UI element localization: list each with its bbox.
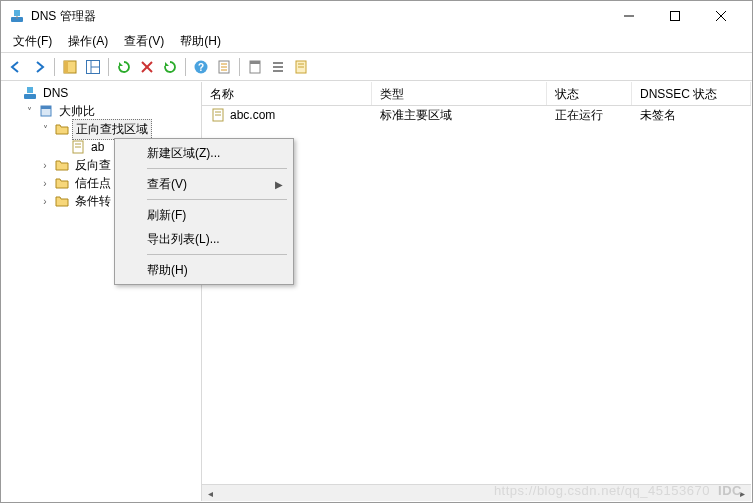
title-bar: DNS 管理器 [1, 1, 752, 31]
ctx-new-zone[interactable]: 新建区域(Z)... [117, 141, 291, 165]
col-status[interactable]: 状态 [547, 82, 632, 105]
svg-rect-29 [27, 87, 33, 93]
svg-rect-8 [64, 61, 68, 73]
tree-label: 正向查找区域 [72, 119, 152, 140]
folder-icon [54, 193, 70, 209]
list-row[interactable]: abc.com 标准主要区域 正在运行 未签名 [202, 106, 751, 124]
dns-root-icon [22, 85, 38, 101]
ctx-separator [147, 254, 287, 255]
maximize-button[interactable] [652, 1, 698, 31]
expander-icon[interactable] [6, 86, 20, 100]
close-button[interactable] [698, 1, 744, 31]
toolbar-separator [185, 58, 186, 76]
zone-file-icon [70, 139, 86, 155]
ctx-label: 查看(V) [147, 176, 187, 193]
ctx-label: 新建区域(Z)... [147, 145, 220, 162]
horizontal-scrollbar[interactable]: ◂ ▸ [202, 484, 751, 501]
toolbar-delete-button[interactable] [136, 56, 158, 78]
expander-open-icon[interactable]: ˅ [38, 122, 52, 136]
ctx-view[interactable]: 查看(V)▶ [117, 172, 291, 196]
ctx-help[interactable]: 帮助(H) [117, 258, 291, 282]
window-controls [606, 1, 744, 31]
ctx-separator [147, 199, 287, 200]
ctx-separator [147, 168, 287, 169]
ctx-label: 刷新(F) [147, 207, 186, 224]
cell-name: abc.com [230, 108, 275, 122]
col-type[interactable]: 类型 [372, 82, 547, 105]
menu-view[interactable]: 查看(V) [116, 31, 172, 52]
cell-type: 标准主要区域 [380, 107, 452, 124]
svg-rect-21 [250, 61, 260, 64]
ctx-label: 帮助(H) [147, 262, 188, 279]
toolbar-help-button[interactable]: ? [190, 56, 212, 78]
zone-file-icon [210, 107, 226, 123]
context-menu: 新建区域(Z)... 查看(V)▶ 刷新(F) 导出列表(L)... 帮助(H) [114, 138, 294, 285]
submenu-arrow-icon: ▶ [275, 179, 283, 190]
svg-rect-28 [24, 94, 36, 99]
ctx-export-list[interactable]: 导出列表(L)... [117, 227, 291, 251]
folder-icon [54, 121, 70, 137]
toolbar-mode3-button[interactable] [290, 56, 312, 78]
svg-rect-31 [41, 106, 51, 109]
toolbar-separator [108, 58, 109, 76]
menu-file[interactable]: 文件(F) [5, 31, 60, 52]
toolbar-back-button[interactable] [5, 56, 27, 78]
expander-closed-icon[interactable]: › [38, 194, 52, 208]
svg-rect-1 [14, 10, 20, 16]
menu-help[interactable]: 帮助(H) [172, 31, 229, 52]
tree-label: 条件转 [72, 192, 114, 211]
toolbar-separator [239, 58, 240, 76]
scroll-right-icon[interactable]: ▸ [734, 485, 751, 502]
toolbar-mode2-button[interactable] [267, 56, 289, 78]
expander-closed-icon[interactable]: › [38, 158, 52, 172]
folder-icon [54, 157, 70, 173]
svg-rect-4 [671, 12, 680, 21]
cell-dnssec: 未签名 [640, 107, 676, 124]
toolbar-refresh-button[interactable] [159, 56, 181, 78]
expander-closed-icon[interactable]: › [38, 176, 52, 190]
col-name[interactable]: 名称 [202, 82, 372, 105]
menu-bar: 文件(F) 操作(A) 查看(V) 帮助(H) [1, 31, 752, 53]
toolbar-show-hide-button[interactable] [59, 56, 81, 78]
tree-forward-zones[interactable]: ˅ 正向查找区域 [34, 120, 201, 138]
toolbar: ? [1, 53, 752, 81]
toolbar-properties-button[interactable] [213, 56, 235, 78]
ctx-label: 导出列表(L)... [147, 231, 220, 248]
tree-server[interactable]: ˅ 大帅比 [18, 102, 201, 120]
tree-label: ab [88, 139, 107, 155]
toolbar-forward-button[interactable] [28, 56, 50, 78]
app-icon [9, 8, 25, 24]
window-title: DNS 管理器 [31, 8, 606, 25]
scroll-left-icon[interactable]: ◂ [202, 485, 219, 502]
tree-label: DNS [40, 85, 71, 101]
expander-open-icon[interactable]: ˅ [22, 104, 36, 118]
folder-icon [54, 175, 70, 191]
col-dnssec[interactable]: DNSSEC 状态 [632, 82, 751, 105]
minimize-button[interactable] [606, 1, 652, 31]
toolbar-separator [54, 58, 55, 76]
svg-text:?: ? [198, 62, 204, 73]
tree-label: 反向查 [72, 156, 114, 175]
cell-status: 正在运行 [555, 107, 603, 124]
menu-action[interactable]: 操作(A) [60, 31, 116, 52]
toolbar-refresh-green-button[interactable] [113, 56, 135, 78]
toolbar-panes-button[interactable] [82, 56, 104, 78]
ctx-refresh[interactable]: 刷新(F) [117, 203, 291, 227]
tree-root-dns[interactable]: DNS [2, 84, 201, 102]
expander-icon[interactable] [54, 140, 68, 154]
tree-label: 信任点 [72, 174, 114, 193]
server-icon [38, 103, 54, 119]
toolbar-mode1-button[interactable] [244, 56, 266, 78]
list-header: 名称 类型 状态 DNSSEC 状态 [202, 82, 751, 106]
